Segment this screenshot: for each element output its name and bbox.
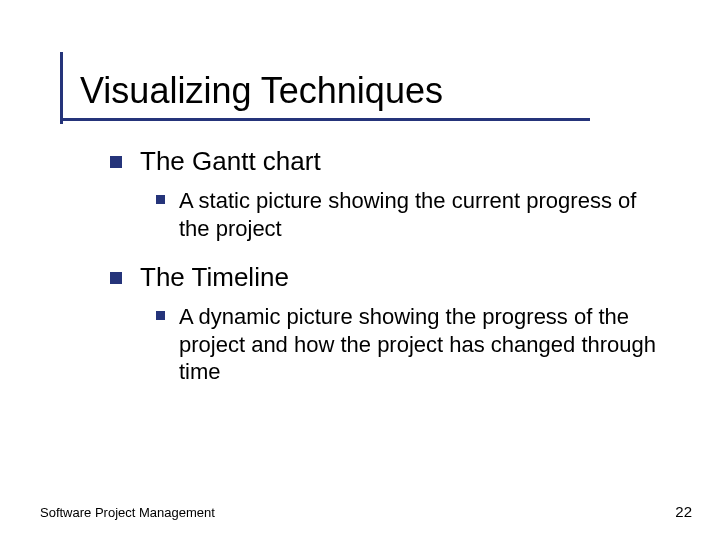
square-bullet-icon [156, 311, 165, 320]
list-item: The Timeline [110, 262, 690, 293]
list-subitem: A static picture showing the current pro… [156, 187, 656, 242]
footer-text: Software Project Management [40, 505, 215, 520]
square-bullet-icon [110, 156, 122, 168]
page-number: 22 [675, 503, 692, 520]
title-underline [60, 118, 590, 121]
list-subitem-text: A dynamic picture showing the progress o… [179, 303, 656, 386]
list-item-label: The Gantt chart [140, 146, 321, 177]
square-bullet-icon [110, 272, 122, 284]
slide-title: Visualizing Techniques [80, 70, 690, 118]
slide: Visualizing Techniques The Gantt chart A… [0, 0, 720, 540]
list-item: The Gantt chart [110, 146, 690, 177]
title-vertical-rule [60, 52, 63, 124]
list-subitem: A dynamic picture showing the progress o… [156, 303, 656, 386]
list-subitem-text: A static picture showing the current pro… [179, 187, 656, 242]
content-area: The Gantt chart A static picture showing… [110, 146, 690, 386]
square-bullet-icon [156, 195, 165, 204]
title-block: Visualizing Techniques [80, 70, 690, 118]
list-item-label: The Timeline [140, 262, 289, 293]
